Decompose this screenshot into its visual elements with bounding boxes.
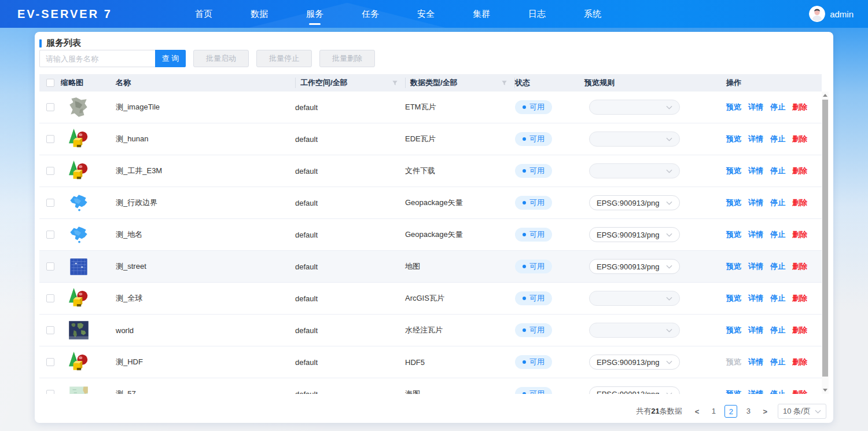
stop-link[interactable]: 停止	[770, 389, 785, 394]
stop-link[interactable]: 停止	[770, 134, 785, 144]
stop-link[interactable]: 停止	[770, 293, 785, 304]
nav-tab-log[interactable]: 日志	[528, 0, 546, 28]
search-button[interactable]: 查 询	[155, 50, 186, 67]
detail-link[interactable]: 详情	[748, 229, 763, 240]
service-name-cell: 测_57	[116, 389, 295, 394]
row-checkbox[interactable]	[46, 326, 54, 334]
preview-link[interactable]: 预览	[726, 198, 741, 208]
preview-rule-select[interactable]	[589, 100, 680, 115]
preview-rule-value: EPSG:900913/png	[597, 358, 659, 367]
preview-rule-select[interactable]	[589, 291, 680, 306]
preview-link[interactable]: 预览	[726, 134, 741, 144]
nav-tab-service[interactable]: 服务	[306, 0, 323, 28]
batch-start-button[interactable]: 批量启动	[193, 50, 249, 67]
thumbnail-3d-dataset	[67, 350, 91, 374]
preview-link[interactable]: 预览	[726, 229, 741, 240]
prev-page-button[interactable]: <	[693, 407, 702, 416]
next-page-button[interactable]: >	[760, 407, 770, 416]
detail-link[interactable]: 详情	[748, 166, 763, 176]
page-1-button[interactable]: 1	[707, 405, 720, 418]
select-all-checkbox[interactable]	[46, 79, 54, 87]
preview-link[interactable]: 预览	[726, 261, 741, 272]
preview-link[interactable]: 预览	[726, 389, 741, 394]
preview-rule-select[interactable]	[589, 163, 680, 178]
row-checkbox[interactable]	[46, 358, 54, 366]
delete-link[interactable]: 删除	[792, 325, 807, 335]
detail-link[interactable]: 详情	[748, 102, 763, 112]
nav-tab-task[interactable]: 任务	[362, 0, 379, 28]
row-checkbox[interactable]	[46, 103, 54, 111]
stop-link[interactable]: 停止	[770, 229, 785, 240]
detail-link[interactable]: 详情	[748, 325, 763, 335]
scroll-up-button[interactable]	[822, 92, 829, 99]
preview-rule-select[interactable]	[589, 132, 680, 147]
delete-link[interactable]: 删除	[792, 261, 807, 272]
row-checkbox[interactable]	[46, 199, 54, 207]
table-scrollbar[interactable]	[822, 92, 829, 394]
stop-link[interactable]: 停止	[770, 357, 785, 367]
delete-link[interactable]: 删除	[792, 229, 807, 240]
preview-link[interactable]: 预览	[726, 325, 741, 335]
thumbnail-street-map	[67, 254, 91, 279]
service-name-cell: 测_hunan	[116, 134, 295, 144]
detail-link[interactable]: 详情	[748, 389, 763, 394]
batch-stop-button[interactable]: 批量停止	[256, 50, 312, 67]
detail-link[interactable]: 详情	[748, 261, 763, 272]
status-dot-icon	[523, 265, 526, 268]
delete-link[interactable]: 删除	[792, 389, 807, 394]
workspace-header-label: 工作空间/全部	[300, 78, 348, 88]
page-size-select[interactable]: 10 条/页	[778, 404, 826, 419]
preview-link[interactable]: 预览	[726, 102, 741, 112]
nav-tab-home[interactable]: 首页	[195, 0, 212, 28]
preview-rule-select[interactable]: EPSG:900913/png	[589, 355, 680, 370]
detail-link[interactable]: 详情	[748, 198, 763, 208]
scroll-down-button[interactable]	[822, 386, 829, 394]
user-menu[interactable]: admin	[809, 6, 854, 22]
workspace-filter-icon[interactable]	[392, 80, 398, 86]
nav-tab-cluster[interactable]: 集群	[473, 0, 490, 28]
detail-link[interactable]: 详情	[748, 293, 763, 304]
preview-rule-value: EPSG:900913/png	[597, 390, 659, 395]
preview-rule-select[interactable]: EPSG:900913/png	[589, 386, 680, 394]
preview-rule-select[interactable]: EPSG:900913/png	[589, 259, 680, 274]
preview-link[interactable]: 预览	[726, 357, 741, 367]
row-checkbox[interactable]	[46, 167, 54, 175]
row-checkbox[interactable]	[46, 294, 54, 302]
datatype-cell: EDE瓦片	[405, 134, 515, 144]
preview-link[interactable]: 预览	[726, 166, 741, 176]
preview-link[interactable]: 预览	[726, 293, 741, 304]
row-checkbox[interactable]	[46, 231, 54, 239]
delete-link[interactable]: 删除	[792, 357, 807, 367]
nav-tab-data[interactable]: 数据	[251, 0, 268, 28]
delete-link[interactable]: 删除	[792, 166, 807, 176]
detail-link[interactable]: 详情	[748, 357, 763, 367]
page-3-button[interactable]: 3	[742, 405, 755, 418]
batch-delete-button[interactable]: 批量删除	[319, 50, 375, 67]
datatype-cell: Geopackage矢量	[405, 229, 515, 240]
detail-link[interactable]: 详情	[748, 134, 763, 144]
service-name-cell: 测_street	[116, 261, 295, 272]
delete-link[interactable]: 删除	[792, 293, 807, 304]
datatype-filter-icon[interactable]	[501, 80, 507, 86]
stop-link[interactable]: 停止	[770, 198, 785, 208]
row-checkbox[interactable]	[46, 390, 54, 394]
preview-rule-select[interactable]	[589, 323, 680, 338]
preview-rule-select[interactable]: EPSG:900913/png	[589, 227, 680, 242]
delete-link[interactable]: 删除	[792, 134, 807, 144]
stop-link[interactable]: 停止	[770, 261, 785, 272]
pagination: 共有21条数据 < 123 > 10 条/页	[39, 400, 829, 423]
stop-link[interactable]: 停止	[770, 166, 785, 176]
status-badge: 可用	[515, 132, 552, 146]
delete-link[interactable]: 删除	[792, 198, 807, 208]
stop-link[interactable]: 停止	[770, 325, 785, 335]
row-checkbox[interactable]	[46, 135, 54, 143]
preview-rule-select[interactable]: EPSG:900913/png	[589, 195, 680, 210]
search-input[interactable]	[39, 50, 155, 67]
row-checkbox[interactable]	[46, 262, 54, 271]
delete-link[interactable]: 删除	[792, 102, 807, 112]
scrollbar-thumb[interactable]	[822, 100, 828, 377]
nav-tab-system[interactable]: 系统	[584, 0, 601, 28]
stop-link[interactable]: 停止	[770, 102, 785, 112]
nav-tab-security[interactable]: 安全	[417, 0, 435, 28]
page-2-button[interactable]: 2	[724, 405, 737, 418]
